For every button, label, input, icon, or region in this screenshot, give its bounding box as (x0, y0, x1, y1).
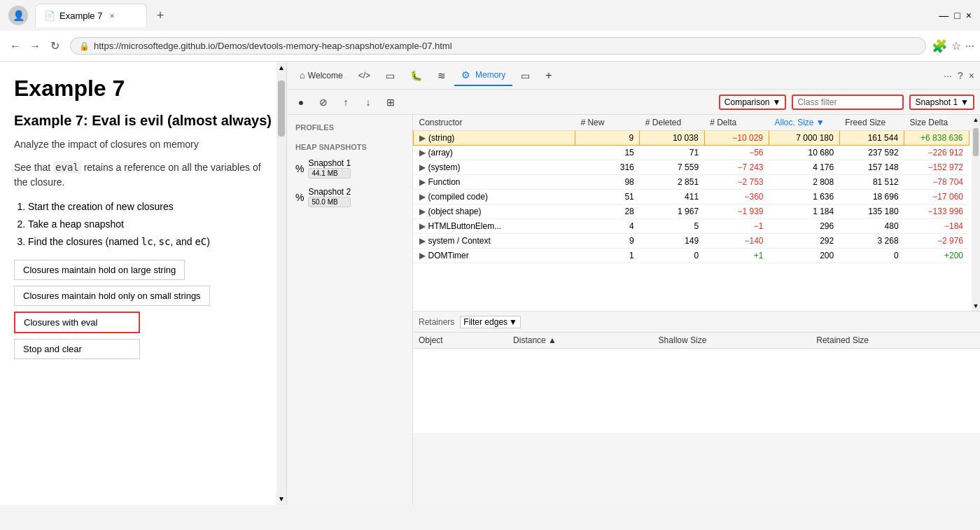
browser-tab[interactable]: 📄 Example 7 × (35, 4, 147, 27)
table-row[interactable]: ▶(compiled code) 51 411 −360 1 636 18 69… (414, 190, 981, 204)
maximize-button[interactable]: □ (954, 10, 960, 21)
address-bar[interactable]: 🔒 https://microsoftedge.github.io/Demos/… (70, 37, 926, 55)
table-row[interactable]: ▶(array) 15 71 −56 10 680 237 592 −226 9… (414, 146, 981, 160)
scroll-down-button[interactable]: ▼ (276, 493, 287, 505)
table-row[interactable]: ▶(object shape) 28 1 967 −1 939 1 184 13… (414, 204, 981, 219)
scroll-up-button[interactable]: ▲ (276, 62, 287, 74)
expand-icon[interactable]: ▶ (419, 148, 426, 158)
expand-icon[interactable]: ▶ (419, 251, 426, 260)
snapshot-1-name: Snapshot 1 (308, 158, 351, 168)
heap-snapshots-label: HEAP SNAPSHOTS (287, 140, 412, 154)
table-row[interactable]: ▶HTMLButtonElem... 4 5 −1 296 480 −184 (414, 219, 981, 234)
page-content: ▲ ▼ Example 7 Example 7: Eval is evil (a… (0, 62, 287, 505)
row-size-delta-string: +6 838 636 (904, 131, 969, 146)
large-string-button[interactable]: Closures maintain hold on large string (14, 260, 185, 280)
scroll-thumb[interactable] (278, 81, 285, 137)
row-alloc-string: 7 000 180 (769, 131, 840, 146)
forward-button[interactable]: → (25, 36, 45, 56)
tab-debugger[interactable]: 🐛 (403, 66, 429, 85)
devtools-toolbar: ⌂ Welcome Welcome </> ▭ 🐛 ≋ ⚙ (287, 62, 980, 90)
devtools-close-button[interactable]: × (969, 70, 974, 81)
tab-memory-label: Memory (475, 70, 505, 80)
back-button[interactable]: ← (6, 36, 25, 56)
add-tab-icon: + (545, 69, 552, 82)
url-text: https://microsoftedge.github.io/Demos/de… (94, 41, 452, 51)
table-row[interactable]: ▶DOMTimer 1 0 +1 200 0 +200 (414, 249, 981, 263)
scroll-up-icon[interactable]: ▲ (972, 115, 980, 125)
tab-add[interactable]: + (538, 65, 559, 86)
snapshot-file-icon: % (295, 163, 304, 174)
devtools-help-button[interactable]: ? (958, 70, 963, 81)
steps-list: Start the creation of new closures Take … (28, 198, 272, 251)
memory-main: Constructor # New # Deleted # Delta Allo… (413, 115, 980, 505)
memory-sidebar: Profiles HEAP SNAPSHOTS % Snapshot 1 44.… (287, 115, 413, 505)
retainers-label: Retainers (419, 317, 454, 327)
tab-sources[interactable]: </> (351, 67, 377, 85)
expand-icon[interactable]: ▶ (419, 236, 426, 246)
record-button[interactable]: ● (293, 94, 309, 111)
lock-icon: 🔒 (79, 41, 90, 51)
col-deleted: # Deleted (640, 115, 704, 131)
summary-button[interactable]: ⊞ (382, 94, 399, 111)
tab-elements[interactable]: ▭ (379, 66, 402, 85)
row-new-string: 9 (575, 131, 639, 146)
small-strings-button[interactable]: Closures maintain hold only on small str… (14, 286, 210, 306)
tab-welcome[interactable]: ⌂ Welcome Welcome (293, 66, 350, 85)
snapshot-2-item[interactable]: % Snapshot 2 50.0 MB (287, 183, 412, 211)
col-alloc[interactable]: Alloc. Size ▼ (769, 115, 840, 131)
tab-network[interactable]: ≋ (430, 66, 453, 85)
filter-edges-label: Filter edges (463, 317, 507, 327)
expand-icon[interactable]: ▶ (419, 192, 426, 202)
snapshot-2-badge: 50.0 MB (308, 197, 351, 207)
clear-button[interactable]: ⊘ (315, 94, 332, 111)
table-scrollbar[interactable]: ▲ ▼ (972, 115, 980, 311)
elements-icon: ▭ (386, 70, 395, 81)
ret-col-retained: Retained Size (811, 333, 980, 349)
snapshot-label: Snapshot 1 (915, 97, 958, 107)
extensions-icon[interactable]: 🧩 (932, 39, 947, 54)
table-row[interactable]: ▶system / Context 9 149 −140 292 3 268 −… (414, 234, 981, 249)
tab-close-button[interactable]: × (109, 11, 114, 21)
tab-welcome-text: Welcome (308, 71, 343, 81)
expand-icon[interactable]: ▶ (419, 177, 426, 187)
tab-title: Example 7 (59, 11, 102, 21)
heap-table[interactable]: Constructor # New # Deleted # Delta Allo… (413, 115, 980, 311)
new-tab-button[interactable]: + (150, 4, 171, 27)
expand-icon[interactable]: ▶ (419, 207, 426, 216)
col-freed: Freed Size (839, 115, 904, 131)
class-filter-input[interactable] (792, 95, 904, 110)
col-new: # New (575, 115, 639, 131)
tab-extra[interactable]: ▭ (514, 66, 537, 85)
more-tools-icon[interactable]: ··· (965, 40, 974, 53)
expand-icon[interactable]: ▶ (419, 221, 426, 231)
memory-toolbar: ● ⊘ ↑ ↓ ⊞ Comparison ▼ Snapshot 1 ▼ (287, 90, 980, 115)
devtools-more-button[interactable]: ··· (944, 70, 952, 81)
eval-closures-button[interactable]: Closures with eval (14, 312, 140, 333)
minimize-button[interactable]: — (939, 10, 948, 21)
snapshot-1-item[interactable]: % Snapshot 1 44.1 MB (287, 154, 412, 183)
tab-memory[interactable]: ⚙ Memory (454, 65, 512, 86)
favorites-icon[interactable]: ☆ (951, 39, 961, 53)
table-scroll-thumb[interactable] (973, 128, 979, 156)
table-row[interactable]: ▶(system) 316 7 559 −7 243 4 176 157 148… (414, 160, 981, 175)
devtools-panel: ⌂ Welcome Welcome </> ▭ 🐛 ≋ ⚙ (287, 62, 980, 505)
step-1: Start the creation of new closures (28, 198, 272, 216)
page-title: Example 7 (14, 76, 272, 102)
scroll-down-icon[interactable]: ▼ (972, 301, 980, 311)
snapshot-2-name: Snapshot 2 (308, 187, 351, 197)
collect-button[interactable]: ↑ (337, 94, 354, 111)
nav-actions: 🧩 ☆ ··· (932, 39, 974, 54)
snapshot-dropdown[interactable]: Snapshot 1 ▼ (909, 95, 974, 110)
load-button[interactable]: ↓ (360, 94, 377, 111)
table-row[interactable]: ▶(string) 9 10 038 −10 029 7 000 180 161… (414, 131, 981, 146)
ret-col-shallow: Shallow Size (653, 333, 811, 349)
filter-edges-dropdown[interactable]: Filter edges ▼ (460, 316, 521, 328)
expand-icon[interactable]: ▶ (419, 162, 426, 172)
expand-icon[interactable]: ▶ (419, 133, 426, 143)
stop-clear-button[interactable]: Stop and clear (14, 339, 140, 359)
row-constructor-string: ▶(string) (414, 131, 575, 146)
table-row[interactable]: ▶Function 98 2 851 −2 753 2 808 81 512 −… (414, 175, 981, 190)
comparison-dropdown[interactable]: Comparison ▼ (719, 95, 787, 110)
window-close-button[interactable]: × (966, 10, 972, 21)
refresh-button[interactable]: ↻ (45, 36, 64, 56)
